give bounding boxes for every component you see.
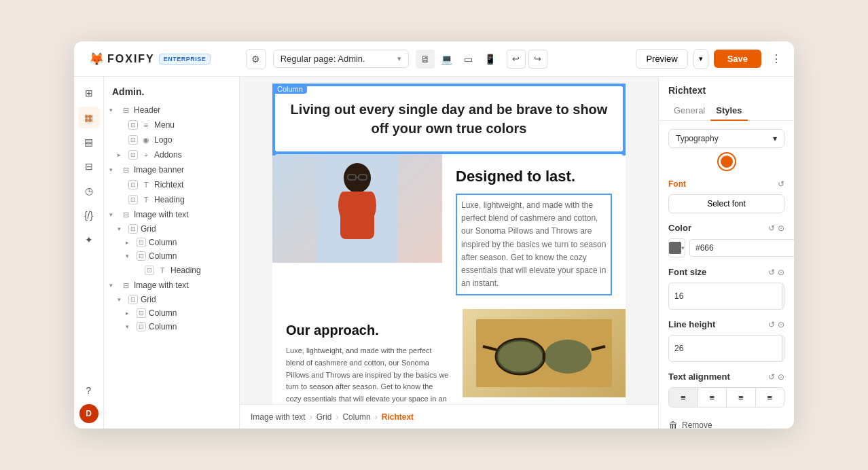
page-selector[interactable]: Regular page: Admin. ▾ xyxy=(273,50,409,68)
approach-text-side: Our approach. Luxe, lightweight, and mad… xyxy=(272,309,463,404)
reset-icon[interactable]: ↺ xyxy=(778,179,784,189)
expand-icon: ⊡ xyxy=(128,180,138,189)
tree-item-label: Heading xyxy=(170,266,234,275)
selected-column[interactable]: Column Living out every single day and b… xyxy=(272,84,626,154)
icon-sidebar-top: ⊞ ▦ ▤ ⊟ ◷ {/} ✦ xyxy=(78,82,100,251)
help-sidebar-icon[interactable]: ? xyxy=(78,380,100,401)
right-panel: Richtext General Styles Typography ▾ xyxy=(658,77,794,429)
resize-handle-tr[interactable] xyxy=(621,84,626,88)
tab-styles[interactable]: Styles xyxy=(710,101,747,121)
layout-sidebar-icon[interactable]: ▦ xyxy=(78,107,100,128)
line-height-label: Line height xyxy=(668,319,715,329)
section-icon: ⊟ xyxy=(120,105,131,115)
laptop-device-icon[interactable]: 💻 xyxy=(437,50,456,69)
section1-heading: Designed to last. xyxy=(456,168,612,185)
color-global-icon[interactable]: ⊙ xyxy=(778,223,784,233)
template-sidebar-icon[interactable]: ▤ xyxy=(78,131,100,153)
breadcrumb-richtext[interactable]: Richtext xyxy=(382,412,414,422)
typography-dropdown[interactable]: Typography ▾ xyxy=(668,129,784,148)
color-section: Color ↺ ⊙ ▾ xyxy=(668,223,784,257)
tree-item-grid-2[interactable]: ▾ ⊡ Grid xyxy=(104,293,239,306)
font-size-input[interactable] xyxy=(669,288,782,304)
align-right-button[interactable]: ≡ xyxy=(727,388,756,407)
align-center-button[interactable]: ≡ xyxy=(698,388,727,407)
heading-icon: T xyxy=(141,194,151,205)
canvas-area: Column Living out every single day and b… xyxy=(240,77,658,429)
align-justify-button[interactable]: ≡ xyxy=(756,388,784,407)
code-sidebar-icon[interactable]: {/} xyxy=(78,204,100,226)
text-alignment-header: Text alignment ↺ ⊙ xyxy=(668,372,784,382)
tree-item-richtext[interactable]: ⊡ T Richtext xyxy=(104,177,239,192)
tab-general[interactable]: General xyxy=(668,101,710,121)
save-button[interactable]: Save xyxy=(714,50,761,68)
expand-icon: ⊡ xyxy=(128,195,138,204)
tablet-device-icon[interactable]: ▭ xyxy=(459,50,478,69)
tree-item-label: Addons xyxy=(154,150,234,160)
preview-dropdown-arrow[interactable]: ▾ xyxy=(693,49,708,69)
settings-button[interactable]: ⚙ xyxy=(246,49,266,69)
chevron-down-icon: ▾ xyxy=(117,296,126,303)
line-height-global-icon[interactable]: ⊙ xyxy=(778,320,784,329)
breadcrumb-grid[interactable]: Grid xyxy=(317,412,332,422)
tree-item-image-with-text-2[interactable]: ▾ ⊟ Image with text xyxy=(104,278,239,293)
tree-item-image-banner[interactable]: ▾ ⊟ Image banner xyxy=(104,162,239,177)
tree-item-heading-2[interactable]: ⊡ T Heading xyxy=(104,263,239,278)
tree-item-addons[interactable]: ▸ ⊡ + Addons xyxy=(104,147,239,162)
expand-icon: ⊡ xyxy=(137,251,146,261)
align-left-button[interactable]: ≡ xyxy=(669,388,698,407)
tree-item-header[interactable]: ▾ ⊟ Header xyxy=(104,103,239,118)
preview-label: Preview xyxy=(646,54,677,64)
chevron-down-icon: ▾ xyxy=(126,323,134,330)
mobile-device-icon[interactable]: 📱 xyxy=(481,50,500,69)
color-row: ▾ xyxy=(668,238,784,257)
font-size-reset-icon[interactable]: ↺ xyxy=(768,268,775,277)
remove-button[interactable]: 🗑 Remove xyxy=(668,417,784,429)
clock-sidebar-icon[interactable]: ◷ xyxy=(78,180,100,202)
text-alignment-global-icon[interactable]: ⊙ xyxy=(778,372,784,382)
color-reset-icon[interactable]: ↺ xyxy=(768,223,775,233)
app-window: 🦊 FOXIFY ENTERPRISE ⚙ Regular page: Admi… xyxy=(74,41,794,429)
tree-item-grid-1[interactable]: ▾ ⊡ Grid xyxy=(104,222,239,236)
line-height-actions: ↺ ⊙ xyxy=(768,320,784,329)
font-size-global-icon[interactable]: ⊙ xyxy=(778,268,784,277)
chevron-down-icon: ▾ xyxy=(109,211,117,218)
tree-item-label: Image with text xyxy=(134,281,234,290)
breadcrumb: Image with text › Grid › Column › Richte… xyxy=(240,404,658,429)
tree-item-column-4[interactable]: ▾ ⊡ Column xyxy=(104,320,239,333)
tree-item-label: Grid xyxy=(141,224,234,234)
grid-sidebar-icon[interactable]: ⊞ xyxy=(78,82,100,104)
logo-tree-icon: ◉ xyxy=(141,134,151,145)
section1-body-richtext[interactable]: Luxe, lightweight, and made with the per… xyxy=(456,194,612,295)
tree-item-heading-1[interactable]: ⊡ T Heading xyxy=(104,192,239,207)
color-value-input[interactable] xyxy=(689,239,794,257)
icon-sidebar-bottom: ? D xyxy=(78,380,100,423)
user-avatar[interactable]: D xyxy=(79,404,98,423)
expand-icon: ⊡ xyxy=(128,150,138,160)
undo-button[interactable]: ↩ xyxy=(507,50,526,69)
tree-item-column-2[interactable]: ▾ ⊡ Column xyxy=(104,249,239,263)
tree-item-column-3[interactable]: ▸ ⊡ Column xyxy=(104,306,239,320)
tree-item-logo[interactable]: ⊡ ◉ Logo xyxy=(104,132,239,147)
select-font-button[interactable]: Select font xyxy=(668,194,784,213)
line-height-reset-icon[interactable]: ↺ xyxy=(768,320,775,329)
line-height-input[interactable] xyxy=(669,340,782,357)
tree-item-menu[interactable]: ⊡ ≡ Menu xyxy=(104,118,239,132)
breadcrumb-image-with-text[interactable]: Image with text xyxy=(251,412,306,422)
tree-item-column-1[interactable]: ▸ ⊡ Column xyxy=(104,236,239,249)
breadcrumb-column[interactable]: Column xyxy=(342,412,370,422)
redo-button[interactable]: ↪ xyxy=(528,50,547,69)
tool-sidebar-icon[interactable]: ✦ xyxy=(78,229,100,251)
color-section-header: Color ↺ ⊙ xyxy=(668,223,784,233)
line-height-unit[interactable]: px ▲ ▼ xyxy=(782,336,784,361)
chevron-right-icon: ▸ xyxy=(126,239,134,246)
more-options-button[interactable]: ⋮ xyxy=(767,50,786,69)
font-actions: ↺ xyxy=(778,179,784,189)
desktop-device-icon[interactable]: 🖥 xyxy=(416,50,435,69)
tree-item-image-with-text-1[interactable]: ▾ ⊟ Image with text xyxy=(104,207,239,222)
text-alignment-reset-icon[interactable]: ↺ xyxy=(768,372,775,382)
widget-sidebar-icon[interactable]: ⊟ xyxy=(78,156,100,177)
color-swatch[interactable]: ▾ xyxy=(668,238,685,257)
font-size-unit[interactable]: px ▲ ▼ xyxy=(782,283,784,309)
preview-button[interactable]: Preview xyxy=(636,49,687,69)
resize-handle-br[interactable] xyxy=(621,150,626,156)
